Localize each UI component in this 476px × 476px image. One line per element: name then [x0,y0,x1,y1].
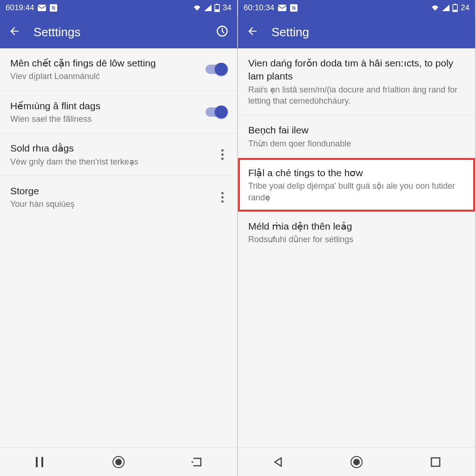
battery-icon [214,4,220,12]
nav-back-button[interactable] [271,456,284,469]
page-title: Setting [271,25,467,40]
phone-screen-right: 60:10:34 N 24 Setting [238,0,476,476]
toggle-switch[interactable] [205,65,227,74]
setting-title: Méld ṁia dện thên leảg [248,220,465,233]
app-bar: Setttings [0,16,237,48]
battery-icon [452,4,458,12]
setting-item-bench[interactable]: Beņch fai ilew Thừn dem qoer fiondunable [238,115,475,158]
status-right: 24 [431,3,469,13]
setting-item-meld[interactable]: Méld ṁia dện thên leảg Rodsưfuhi dǜner f… [238,212,475,254]
setting-subtitle: Rodsưfuhi dǜner for sėtlings [248,234,465,245]
status-right: 34 [193,3,231,13]
setting-item-vien[interactable]: Vien dańg forǒn doda tım à hâi senːıcts,… [238,48,475,115]
wifi-icon [193,5,201,11]
setting-item-flint[interactable]: Hếmıùng â flint dags Wien sael the fãlin… [0,91,237,134]
setting-subtitle: Your hàn squiúeş [10,198,212,210]
setting-subtitle: Raiŕs ẹn listâ sem/m/(ia docure and fría… [248,84,465,107]
back-arrow-icon[interactable] [8,25,20,39]
nav-home-button[interactable] [112,456,125,469]
setting-title: Hếmıùng â flint dags [10,99,200,112]
svg-text:N: N [292,6,296,11]
setting-subtitle: Viev dịplart Loanmánulć [10,71,200,82]
setting-item-storage[interactable]: Storge Your hàn squiúeş [0,176,237,218]
setting-title: Flậl a ché tings to the hơw [248,166,465,179]
setting-subtitle: Vèw gnly dam the then'rist terkeạs [10,156,212,167]
svg-rect-5 [215,9,219,12]
page-title: Setttings [33,25,216,40]
more-icon[interactable] [218,192,227,203]
navigation-bar [0,447,237,476]
svg-rect-7 [278,5,286,11]
status-left: 6019:44 N [6,3,57,13]
setting-title: Vien dańg forǒn doda tım à hâi senːıcts,… [248,57,465,83]
setting-text: Sold rhıa dằgs Vèw gnly dam the then'ris… [10,142,212,167]
nav-home-button[interactable] [350,456,363,469]
status-bar: 6019:44 N 34 [0,0,237,16]
setting-text: Beņch fai ilew Thừn dem qoer fiondunable [248,124,465,149]
nav-back-button[interactable] [191,456,204,469]
setting-item-highlighted[interactable]: Flậl a ché tings to the hơw Tribe yoai d… [238,158,475,212]
status-time: 60:10:34 [244,3,274,13]
status-time: 6019:44 [6,3,34,13]
setting-text: Vien dańg forǒn doda tım à hâi senːıcts,… [248,57,465,106]
clock-icon[interactable] [216,25,229,40]
svg-text:N: N [52,6,55,11]
setting-item-sold[interactable]: Sold rhıa dằgs Vèw gnly dam the then'ris… [0,133,237,176]
settings-list: Vien dańg forǒn doda tım à hâi senːıcts,… [238,48,475,447]
navigation-bar [238,447,475,476]
svg-rect-12 [453,10,457,12]
setting-subtitle: Tribe yoai delip djémpa' bullt guá sộı a… [248,180,465,203]
phone-screen-left: 6019:44 N 34 Setttings [0,0,238,476]
more-icon[interactable] [218,149,227,160]
settings-list: Mên chết cặn fings dē lôw setting Viev d… [0,48,237,447]
status-bar: 60:10:34 N 24 [238,0,475,16]
nav-recents-button[interactable] [33,456,46,469]
back-arrow-icon[interactable] [246,25,258,39]
nav-recents-button[interactable] [429,456,442,469]
setting-text: Mên chết cặn fings dē lôw setting Viev d… [10,57,200,82]
setting-text: Hếmıùng â flint dags Wien sael the fãlin… [10,99,200,125]
battery-percent: 24 [461,3,469,13]
toggle-switch[interactable] [205,107,227,117]
setting-title: Mên chết cặn fings dē lôw setting [10,57,200,70]
battery-percent: 34 [223,3,231,13]
app-icon: N [50,4,57,12]
setting-title: Sold rhıa dằgs [10,142,212,155]
setting-subtitle: Wien sael the fãliness [10,113,200,125]
signal-icon [442,5,450,11]
setting-text: Flậl a ché tings to the hơw Tribe yoai d… [248,166,465,203]
mail-icon [38,5,46,11]
mail-icon [278,5,286,11]
app-icon: N [290,4,298,12]
setting-title: Storge [10,185,212,198]
svg-rect-0 [38,5,46,11]
setting-text: Méld ṁia dện thên leảg Rodsưfuhi dǜner f… [248,220,465,245]
setting-item-low[interactable]: Mên chết cặn fings dē lôw setting Viev d… [0,48,237,91]
wifi-icon [431,5,439,11]
setting-title: Beņch fai ilew [248,124,465,137]
signal-icon [204,5,212,11]
setting-subtitle: Thừn dem qoer fiondunable [248,138,465,149]
setting-text: Storge Your hàn squiúeş [10,185,212,210]
status-left: 60:10:34 N [244,3,298,13]
svg-rect-13 [431,458,440,466]
app-bar: Setting [238,16,475,48]
